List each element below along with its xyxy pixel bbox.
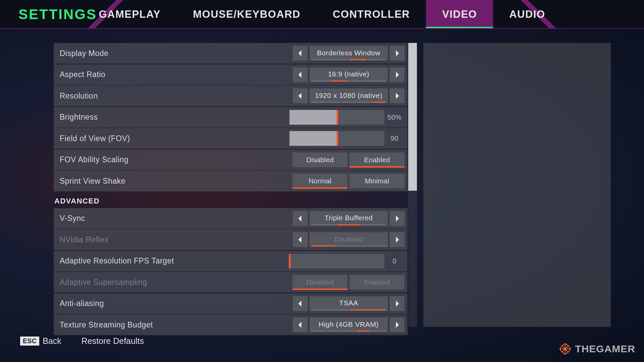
setting-row-vsync: V-Sync Triple Buffered	[54, 208, 408, 229]
sprint_shake-option-0[interactable]: Normal	[292, 174, 347, 188]
anti_aliasing-ticks	[312, 309, 386, 310]
back-button[interactable]: ESC Back	[20, 336, 61, 346]
setting-row-nvidia_reflex: NVidia Reflex Disabled	[54, 229, 408, 250]
fov-slider[interactable]	[289, 131, 384, 146]
fov-value: 90	[384, 131, 405, 146]
aspect_ratio-value-box[interactable]: 16:9 (native)	[310, 67, 388, 82]
aspect_ratio-ticks	[312, 80, 386, 81]
restore-defaults-label: Restore Defaults	[82, 336, 144, 346]
restore-defaults-button[interactable]: Restore Defaults	[82, 336, 144, 346]
sprint_shake-option-1[interactable]: Minimal	[350, 174, 405, 188]
setting-row-texture_stream: Texture Streaming Budget High (4GB VRAM)	[54, 314, 408, 335]
fov-label: Field of View (FOV)	[60, 134, 289, 143]
setting-row-fov_ability_scaling: FOV Ability Scaling Disabled Enabled	[54, 149, 408, 170]
top-bar: SETTINGS GAMEPLAYMOUSE/KEYBOARDCONTROLLE…	[0, 0, 644, 28]
vsync-ticks	[312, 224, 386, 225]
display_mode-value-box[interactable]: Borderless Window	[310, 46, 388, 61]
brightness-label: Brightness	[60, 113, 289, 122]
resolution-next-button[interactable]	[390, 88, 405, 103]
texture_stream-ticks	[312, 330, 386, 331]
fov_ability_scaling-label: FOV Ability Scaling	[60, 155, 292, 164]
settings-column: Display Mode Borderless Window Aspect Ra…	[54, 43, 408, 327]
aspect_ratio-label: Aspect Ratio	[60, 70, 293, 79]
tab-mousekb[interactable]: MOUSE/KEYBOARD	[177, 0, 317, 28]
setting-row-fov: Field of View (FOV) 90	[54, 128, 408, 149]
tab-video[interactable]: VIDEO	[426, 0, 493, 28]
resolution-ticks	[312, 102, 386, 103]
setting-row-adaptive_ss: Adaptive Supersampling Disabled Enabled	[54, 272, 408, 293]
display_mode-next-button[interactable]	[390, 46, 405, 61]
vsync-prev-button[interactable]	[293, 211, 308, 226]
nvidia_reflex-value-box[interactable]: Disabled	[310, 232, 388, 247]
setting-row-sprint_shake: Sprint View Shake Normal Minimal	[54, 171, 408, 191]
aspect_ratio-next-button[interactable]	[390, 67, 405, 82]
vsync-value-box[interactable]: Triple Buffered	[310, 211, 388, 226]
setting-row-aspect_ratio: Aspect Ratio 16:9 (native)	[54, 64, 408, 85]
vsync-label: V-Sync	[60, 214, 293, 223]
resolution-label: Resolution	[60, 92, 293, 101]
setting-row-brightness: Brightness 50%	[54, 107, 408, 128]
texture_stream-next-button[interactable]	[390, 317, 405, 332]
fov_ability_scaling-option-1[interactable]: Enabled	[350, 153, 405, 167]
adaptive_ss-label: Adaptive Supersampling	[60, 278, 292, 287]
footer-bar: ESC Back Restore Defaults	[20, 336, 144, 346]
nvidia_reflex-label: NVidia Reflex	[60, 235, 293, 244]
adaptive_ss-option-0[interactable]: Disabled	[292, 275, 347, 290]
nvidia_reflex-prev-button[interactable]	[293, 232, 308, 247]
setting-row-anti_aliasing: Anti-aliasing TSAA	[54, 293, 408, 314]
adaptive_res-value: 0	[384, 254, 405, 268]
tab-audio[interactable]: AUDIO	[493, 0, 561, 28]
display_mode-prev-button[interactable]	[293, 46, 308, 61]
brightness-slider[interactable]	[289, 110, 384, 125]
anti_aliasing-value-box[interactable]: TSAA	[310, 296, 388, 311]
tab-gameplay[interactable]: GAMEPLAY	[83, 0, 177, 28]
nvidia_reflex-next-button[interactable]	[390, 232, 405, 247]
fov_ability_scaling-option-0[interactable]: Disabled	[292, 153, 347, 167]
resolution-value: 644 x 362 (native)	[315, 92, 382, 99]
resolution-prev-button[interactable]	[293, 88, 308, 103]
adaptive_ss-option-1[interactable]: Enabled	[350, 275, 405, 290]
display_mode-label: Display Mode	[60, 49, 293, 58]
preview-panel	[423, 43, 611, 327]
watermark-text: THEGAMER	[575, 343, 635, 355]
anti_aliasing-prev-button[interactable]	[293, 296, 308, 311]
adaptive_res-label: Adaptive Resolution FPS Target	[60, 256, 289, 265]
watermark-icon	[559, 343, 572, 355]
resolution-value-box[interactable]: 644 x 362 (native)	[310, 88, 388, 103]
tab-controller[interactable]: CONTROLLER	[317, 0, 426, 28]
watermark: THEGAMER	[559, 343, 635, 355]
aspect_ratio-value: 16:9 (native)	[328, 70, 369, 77]
brightness-value: 50%	[384, 110, 405, 125]
anti_aliasing-label: Anti-aliasing	[60, 299, 293, 308]
sprint_shake-label: Sprint View Shake	[60, 177, 292, 186]
anti_aliasing-value: TSAA	[339, 299, 358, 306]
setting-row-resolution: Resolution 644 x 362 (native)	[54, 85, 408, 106]
scrollbar-track[interactable]	[408, 43, 417, 327]
vsync-value: Triple Buffered	[324, 214, 373, 221]
setting-row-display_mode: Display Mode Borderless Window	[54, 43, 408, 64]
display_mode-ticks	[312, 59, 386, 60]
nvidia_reflex-value: Disabled	[334, 236, 363, 243]
tabs-container: GAMEPLAYMOUSE/KEYBOARDCONTROLLERVIDEOAUD…	[101, 0, 543, 28]
nvidia_reflex-ticks	[312, 245, 386, 246]
scrollbar-thumb[interactable]	[408, 43, 417, 191]
aspect_ratio-prev-button[interactable]	[293, 67, 308, 82]
anti_aliasing-next-button[interactable]	[390, 296, 405, 311]
esc-key-hint: ESC	[20, 337, 39, 346]
texture_stream-value-box[interactable]: High (4GB VRAM)	[310, 317, 388, 332]
adaptive_res-slider[interactable]	[289, 254, 384, 268]
setting-row-adaptive_res: Adaptive Resolution FPS Target 0	[54, 251, 408, 272]
texture_stream-value: High (4GB VRAM)	[319, 321, 379, 328]
back-label: Back	[43, 336, 61, 346]
texture_stream-label: Texture Streaming Budget	[60, 320, 293, 329]
display_mode-value: Borderless Window	[317, 49, 380, 56]
texture_stream-prev-button[interactable]	[293, 317, 308, 332]
vsync-next-button[interactable]	[390, 211, 405, 226]
section-header-advanced: ADVANCED	[54, 192, 408, 208]
